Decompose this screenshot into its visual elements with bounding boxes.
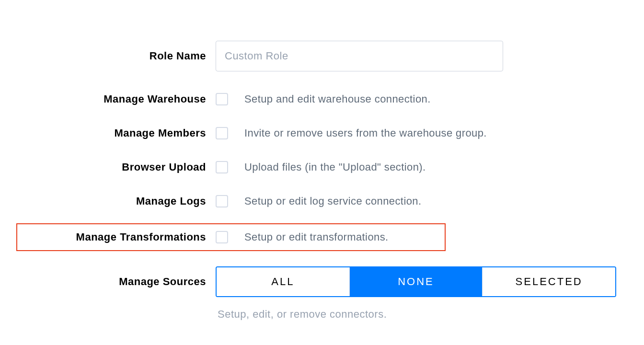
seg-none[interactable]: NONE: [350, 267, 483, 296]
checkbox-manage-members[interactable]: [216, 127, 228, 139]
role-name-input[interactable]: [216, 41, 503, 71]
row-manage-warehouse: Manage Warehouse Setup and edit warehous…: [19, 93, 644, 105]
row-manage-logs: Manage Logs Setup or edit log service co…: [19, 195, 644, 207]
row-manage-members: Manage Members Invite or remove users fr…: [19, 127, 644, 139]
checkbox-browser-upload[interactable]: [216, 161, 228, 173]
row-browser-upload: Browser Upload Upload files (in the "Upl…: [19, 161, 644, 173]
segmented-manage-sources: ALL NONE SELECTED: [216, 266, 616, 297]
desc-browser-upload: Upload files (in the "Upload" section).: [244, 161, 426, 173]
label-manage-logs: Manage Logs: [19, 195, 211, 207]
label-manage-sources: Manage Sources: [19, 276, 211, 288]
desc-manage-transformations: Setup or edit transformations.: [244, 231, 389, 243]
desc-manage-members: Invite or remove users from the warehous…: [244, 127, 487, 139]
label-manage-members: Manage Members: [19, 127, 211, 139]
label-manage-warehouse: Manage Warehouse: [19, 93, 211, 105]
desc-manage-sources: Setup, edit, or remove connectors.: [19, 308, 644, 321]
role-form: Role Name Manage Warehouse Setup and edi…: [0, 0, 644, 321]
seg-selected[interactable]: SELECTED: [483, 267, 615, 296]
checkbox-manage-transformations[interactable]: [216, 231, 228, 243]
row-manage-transformations: Manage Transformations Setup or edit tra…: [16, 223, 446, 251]
label-role-name: Role Name: [19, 50, 211, 62]
desc-manage-warehouse: Setup and edit warehouse connection.: [244, 93, 431, 105]
label-browser-upload: Browser Upload: [19, 161, 211, 173]
checkbox-manage-logs[interactable]: [216, 195, 228, 207]
row-role-name: Role Name: [19, 41, 644, 71]
label-manage-transformations: Manage Transformations: [19, 231, 211, 243]
checkbox-manage-warehouse[interactable]: [216, 93, 228, 105]
row-manage-sources-desc: Setup, edit, or remove connectors.: [19, 308, 644, 321]
row-manage-sources: Manage Sources ALL NONE SELECTED: [19, 266, 644, 297]
seg-all[interactable]: ALL: [217, 267, 350, 296]
desc-manage-logs: Setup or edit log service connection.: [244, 195, 421, 207]
